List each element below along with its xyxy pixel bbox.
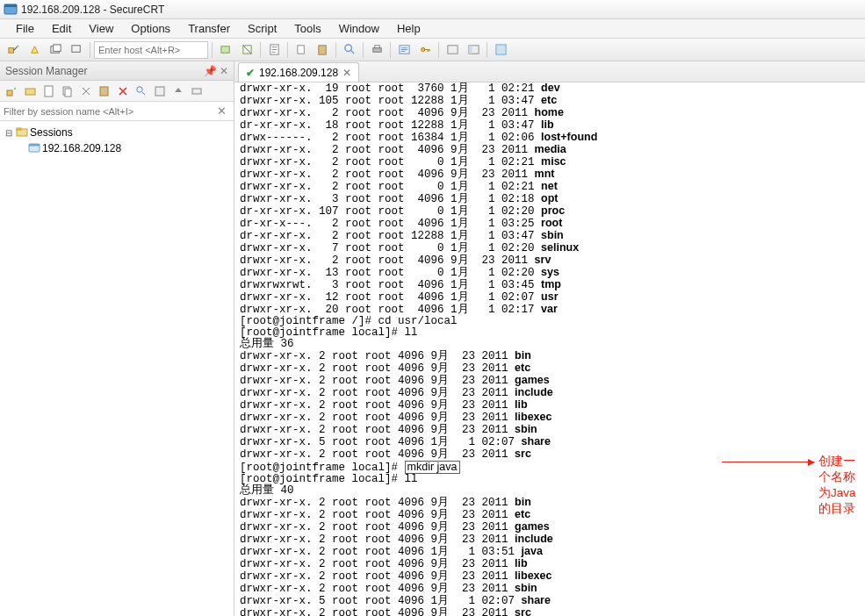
properties-icon[interactable] <box>264 40 284 60</box>
filter-clear-icon[interactable]: ✕ <box>213 104 230 118</box>
connect-icon[interactable] <box>4 40 23 60</box>
new-folder-icon[interactable] <box>22 82 40 100</box>
session-props-icon[interactable] <box>40 82 58 100</box>
reconnect-icon[interactable] <box>67 40 86 60</box>
svg-rect-32 <box>17 128 21 130</box>
svg-rect-24 <box>45 86 53 97</box>
main-toolbar <box>0 39 865 61</box>
settings-icon[interactable] <box>394 40 414 60</box>
menu-file[interactable]: File <box>7 22 43 35</box>
svg-rect-19 <box>468 46 472 54</box>
toggle1-icon[interactable] <box>443 40 462 60</box>
tree-root[interactable]: ⊟ Sessions <box>4 125 230 140</box>
new-session-icon[interactable] <box>4 82 21 100</box>
session-manager-header: Session Manager 📌 ✕ <box>0 61 234 81</box>
svg-point-16 <box>421 47 424 51</box>
session-cut-icon[interactable] <box>77 82 95 100</box>
svg-rect-6 <box>71 46 79 53</box>
tree-item-label: 192.168.209.128 <box>42 142 121 154</box>
annotation-text: 创建一个名称为Java的目录 <box>818 454 865 517</box>
app-icon <box>4 3 18 17</box>
menu-transfer[interactable]: Transfer <box>179 22 239 35</box>
tab-strip: ✔ 192.168.209.128 ✕ <box>234 61 865 82</box>
folder-icon <box>16 125 28 140</box>
menu-window[interactable]: Window <box>330 22 388 35</box>
menu-view[interactable]: View <box>80 22 122 35</box>
close-tab-icon[interactable]: ✕ <box>342 67 351 79</box>
session-tree: ⊟ Sessions 192.168.209.128 <box>0 121 234 616</box>
quick-connect-icon[interactable] <box>25 40 44 60</box>
collapse-icon[interactable]: ⊟ <box>4 128 14 138</box>
window-title: 192.168.209.128 - SecureCRT <box>21 4 164 16</box>
panel-controls: 📌 ✕ <box>204 65 228 77</box>
session-fav-icon[interactable] <box>151 82 169 100</box>
session-up-icon[interactable] <box>169 82 187 100</box>
connected-icon: ✔ <box>246 67 255 79</box>
separator <box>335 42 336 58</box>
svg-rect-21 <box>7 90 12 96</box>
menu-options[interactable]: Options <box>122 22 179 35</box>
disconnect-icon[interactable] <box>216 40 235 60</box>
host-input[interactable] <box>94 41 208 59</box>
tab-label: 192.168.209.128 <box>259 67 338 79</box>
svg-rect-5 <box>53 45 60 52</box>
print-icon[interactable] <box>367 40 386 60</box>
session-delete-icon[interactable] <box>114 82 132 100</box>
svg-rect-27 <box>100 87 108 96</box>
svg-rect-14 <box>374 46 379 48</box>
terminal-output[interactable]: drwxr-xr-x. 19 root root 3760 1月 1 02:21… <box>234 82 865 616</box>
svg-rect-13 <box>372 48 380 53</box>
key-icon[interactable] <box>415 40 435 60</box>
svg-rect-17 <box>447 46 457 54</box>
menu-script[interactable]: Script <box>239 22 285 35</box>
svg-rect-20 <box>495 45 505 54</box>
annotation-arrow <box>722 462 814 462</box>
session-filter: ✕ <box>0 102 234 121</box>
session-icon <box>28 141 40 156</box>
svg-rect-11 <box>318 46 325 54</box>
separator <box>287 42 288 58</box>
pin-icon[interactable]: 📌 <box>204 65 217 77</box>
find-icon[interactable] <box>340 40 359 60</box>
menu-edit[interactable]: Edit <box>43 22 80 35</box>
svg-rect-30 <box>192 89 201 94</box>
session-manager-title: Session Manager <box>5 65 87 77</box>
svg-point-28 <box>137 86 142 91</box>
title-bar: 192.168.209.128 - SecureCRT <box>0 0 865 19</box>
paste-icon[interactable] <box>313 40 332 60</box>
separator <box>438 42 439 58</box>
help-icon[interactable] <box>491 40 510 60</box>
separator <box>90 42 90 58</box>
svg-rect-7 <box>220 47 228 54</box>
svg-rect-26 <box>65 89 71 97</box>
session-paste-icon[interactable] <box>96 82 113 100</box>
copy-icon[interactable] <box>292 40 311 60</box>
svg-point-22 <box>14 87 16 89</box>
separator <box>260 42 261 58</box>
svg-rect-1 <box>4 4 17 7</box>
tab-session[interactable]: ✔ 192.168.209.128 ✕ <box>238 62 359 82</box>
filter-input[interactable] <box>4 106 213 117</box>
session-copy-icon[interactable] <box>59 82 76 100</box>
connect-tab-icon[interactable] <box>46 40 65 60</box>
svg-rect-10 <box>297 46 304 54</box>
reconnect-all-icon[interactable] <box>237 40 256 60</box>
session-find-icon[interactable] <box>133 82 150 100</box>
svg-rect-23 <box>25 89 35 95</box>
svg-rect-2 <box>8 48 13 54</box>
session-opts-icon[interactable] <box>188 82 205 100</box>
svg-point-12 <box>344 45 351 52</box>
tree-root-label: Sessions <box>30 126 73 139</box>
separator <box>487 42 487 58</box>
close-panel-icon[interactable]: ✕ <box>220 65 228 77</box>
svg-rect-34 <box>29 144 40 147</box>
separator <box>363 42 364 58</box>
toggle2-icon[interactable] <box>464 40 483 60</box>
separator <box>390 42 391 58</box>
tree-item[interactable]: 192.168.209.128 <box>4 140 230 156</box>
menu-help[interactable]: Help <box>388 22 429 35</box>
separator <box>212 42 213 58</box>
svg-point-3 <box>16 45 18 47</box>
menu-tools[interactable]: Tools <box>285 22 329 35</box>
session-manager-toolbar <box>0 81 234 102</box>
